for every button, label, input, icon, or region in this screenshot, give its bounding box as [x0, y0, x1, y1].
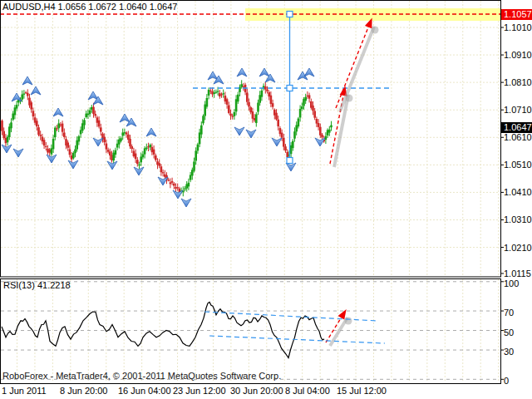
fractal-down-icon [68, 160, 78, 169]
line-handle[interactable] [287, 158, 293, 164]
time-axis-label: 1 Jun 2011 [2, 386, 47, 397]
main-chart-border [1, 1, 501, 278]
rsi-axis-label: 0 [504, 376, 509, 387]
line-handle[interactable] [287, 86, 293, 91]
line-handle[interactable] [287, 12, 293, 17]
current-price-tag: 1.0647 [501, 122, 532, 133]
time-axis-label: 8 Jun 20:00 [60, 386, 108, 397]
target-price-tag: 1.1057 [501, 9, 532, 20]
price-axis-label: 1.0610 [504, 132, 532, 143]
trend-projection-arrow[interactable] [336, 18, 379, 111]
fractal-up-icon [22, 76, 32, 85]
fractal-up-icon [31, 86, 41, 95]
fractal-up-icon [146, 128, 156, 136]
rsi-panel-border [1, 279, 501, 384]
trend-projection-arrow[interactable] [330, 86, 353, 167]
time-axis-label: 15 Jul 12:00 [337, 386, 387, 397]
fractal-up-icon [237, 68, 247, 76]
fractal-down-icon [93, 138, 103, 146]
fractal-down-icon [234, 127, 244, 135]
price-axis-label: 1.1010 [504, 22, 532, 33]
mt4-chart-window: AUDUSD,H4 1.0656 1.0672 1.0640 1.0647 RS… [0, 0, 532, 399]
fractal-up-icon [120, 114, 130, 122]
fractal-down-icon [272, 138, 282, 146]
rsi-line [2, 302, 324, 357]
rsi-axis-label: 30 [504, 347, 514, 357]
time-axis-label: 23 Jun 12:00 [173, 386, 226, 397]
price-axis-label: 1.0510 [504, 160, 532, 170]
fractal-up-icon [53, 108, 63, 116]
rsi-channel-line[interactable] [204, 312, 378, 321]
fractal-down-icon [246, 130, 256, 138]
fractal-markers [2, 68, 325, 207]
fractal-down-icon [2, 145, 12, 153]
fractal-down-icon [286, 163, 296, 171]
rsi-axis-label: 50 [504, 328, 514, 338]
price-axis-label: 1.0210 [504, 243, 532, 254]
chart-canvas[interactable] [0, 0, 532, 399]
rsi-axis-label: 100 [504, 278, 519, 289]
price-axis-label: 1.0310 [504, 214, 532, 225]
time-axis-label: 16 Jun 04:00 [118, 386, 171, 397]
fractal-up-icon [304, 68, 314, 76]
fractal-up-icon [259, 68, 269, 76]
grid [1, 1, 500, 382]
copyright-text: RoboForex - MetaTrader4, © 2001-2011 Met… [2, 371, 281, 382]
rsi-axis-label: 70 [504, 308, 514, 318]
price-axis-label: 1.0410 [504, 187, 532, 198]
price-axis-label: 1.0710 [504, 105, 532, 116]
time-axis-label: 30 Jun 20:00 [230, 386, 283, 397]
rsi-channel-line[interactable] [209, 336, 385, 343]
fractal-down-icon [181, 199, 191, 207]
rsi-indicator-label: RSI(13) 41.2218 [3, 280, 71, 291]
time-axis-label: 8 Jul 04:00 [285, 386, 330, 397]
rsi-level-lines [1, 282, 500, 380]
chart-ohlc-title: AUDUSD,H4 1.0656 1.0672 1.0640 1.0647 [2, 2, 177, 12]
rsi-projection-arrow[interactable] [326, 309, 352, 346]
fractal-up-icon [12, 93, 22, 101]
price-axis-label: 1.0810 [504, 77, 532, 88]
price-axis-label: 1.0910 [504, 50, 532, 61]
fractal-down-icon [13, 149, 23, 157]
